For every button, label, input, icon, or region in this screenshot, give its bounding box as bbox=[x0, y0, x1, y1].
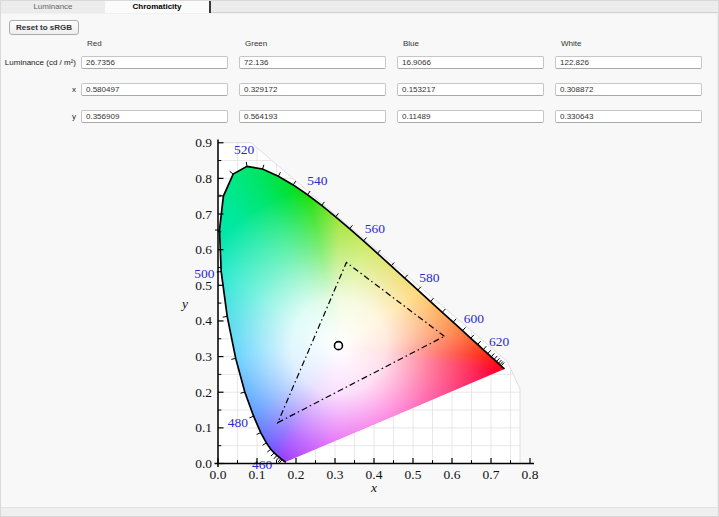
column-header-blue: Blue bbox=[403, 39, 419, 48]
input-red-y[interactable] bbox=[81, 110, 228, 123]
input-green-x[interactable] bbox=[239, 83, 386, 96]
column-header-white: White bbox=[561, 39, 581, 48]
input-green-y[interactable] bbox=[239, 110, 386, 123]
input-blue-x[interactable] bbox=[397, 83, 544, 96]
color-values-form: RedGreenBlueWhiteLuminance (cd / m²)xy bbox=[1, 14, 717, 144]
input-blue-y[interactable] bbox=[397, 110, 544, 123]
row-label-luminance: Luminance (cd / m²) bbox=[1, 58, 76, 67]
column-header-green: Green bbox=[245, 39, 267, 48]
input-green-luminance[interactable] bbox=[239, 56, 386, 69]
input-red-x[interactable] bbox=[81, 83, 228, 96]
input-white-y[interactable] bbox=[555, 110, 702, 123]
input-red-luminance[interactable] bbox=[81, 56, 228, 69]
tab-luminance[interactable]: Luminance bbox=[1, 1, 105, 13]
window-bottom-margin bbox=[1, 507, 717, 517]
tab-chromaticity[interactable]: Chromaticity bbox=[105, 1, 209, 13]
row-label-x: x bbox=[1, 85, 76, 94]
active-tab-separator bbox=[209, 1, 211, 13]
input-blue-luminance[interactable] bbox=[397, 56, 544, 69]
content-panel: Reset to sRGB RedGreenBlueWhiteLuminance… bbox=[1, 14, 717, 507]
input-white-x[interactable] bbox=[555, 83, 702, 96]
input-white-luminance[interactable] bbox=[555, 56, 702, 69]
column-header-red: Red bbox=[87, 39, 102, 48]
row-label-y: y bbox=[1, 112, 76, 121]
app-window: Luminance Chromaticity Reset to sRGB Red… bbox=[0, 0, 719, 517]
tab-bar: Luminance Chromaticity bbox=[1, 1, 719, 13]
